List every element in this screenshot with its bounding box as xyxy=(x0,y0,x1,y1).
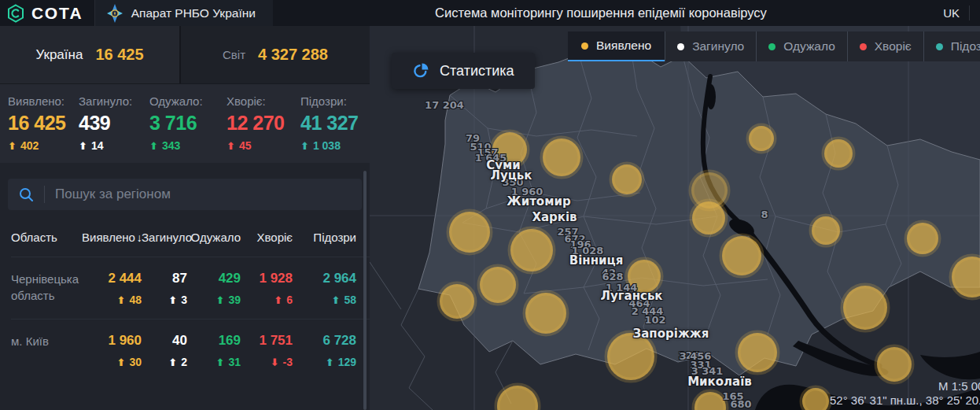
org-name: Апарат РНБО України xyxy=(131,6,256,20)
table-row[interactable]: Чернівецька область2 444⬆4887⬆3429⬆391 9… xyxy=(11,257,370,306)
case-bubble[interactable] xyxy=(824,139,853,168)
case-bubble[interactable] xyxy=(628,260,661,293)
table-cell: 1 928⬆6 xyxy=(241,271,293,306)
case-bubble[interactable] xyxy=(812,216,840,245)
stat-value: 41 327 xyxy=(300,112,370,135)
case-bubble[interactable] xyxy=(543,139,580,176)
table-cell: 1 960⬆30 xyxy=(82,333,142,368)
legend-tab-sick[interactable]: Хворіє xyxy=(847,31,923,61)
column-header-0[interactable]: Область xyxy=(11,231,82,244)
case-bubble[interactable] xyxy=(440,284,474,319)
tab-ukraine-value: 16 425 xyxy=(95,46,143,64)
case-bubble[interactable] xyxy=(738,333,777,372)
stat-delta: ⬆1 038 xyxy=(300,139,370,152)
top-header: СОТА Апарат РНБО України Система монітор… xyxy=(0,0,980,26)
legend-tab-label: Загинуло xyxy=(692,39,744,54)
statistics-button[interactable]: Статистика xyxy=(392,53,535,89)
column-header-2[interactable]: Загинуло xyxy=(142,231,187,244)
cell-value: 429 xyxy=(187,271,241,286)
case-bubble[interactable] xyxy=(492,132,527,167)
up-arrow-icon: ⬆ xyxy=(227,141,235,151)
tab-ukraine[interactable]: Україна 16 425 xyxy=(0,26,181,83)
up-arrow-icon: ⬆ xyxy=(326,357,334,368)
case-bubble[interactable] xyxy=(480,267,516,303)
up-arrow-icon: ⬆ xyxy=(8,141,17,151)
map-area[interactable]: 17 204795101571 6453501 9602576721961 02… xyxy=(370,26,980,410)
legend-tab-confirmed[interactable]: Виявлено xyxy=(568,31,665,61)
cell-delta-value: 129 xyxy=(338,356,356,368)
table-cell: 87⬆3 xyxy=(142,271,187,306)
org-block: Апарат РНБО України xyxy=(95,0,273,26)
case-bubble[interactable] xyxy=(722,236,761,275)
legend-tab-label: Виявлено xyxy=(596,39,651,53)
language-switcher[interactable]: UK xyxy=(943,0,960,26)
search-input[interactable] xyxy=(45,187,304,202)
up-arrow-icon: ⬆ xyxy=(168,295,177,305)
tab-world-value: 4 327 288 xyxy=(258,46,328,64)
stat-label: Одужало: xyxy=(149,94,227,108)
cell-value: 1 751 xyxy=(241,333,293,349)
stat-delta-value: 45 xyxy=(239,139,252,152)
legend-tab-recovered[interactable]: Одужало xyxy=(756,31,847,61)
map-legend-tabs: ВиявленоЗагинулоОдужалоХворієПідозри xyxy=(568,31,980,61)
case-bubble[interactable] xyxy=(497,386,538,410)
sota-brand[interactable]: СОТА xyxy=(0,0,94,26)
cell-delta-value: 30 xyxy=(129,356,142,368)
column-header-1[interactable]: Виявлено↓ xyxy=(82,231,142,244)
up-arrow-icon: ⬆ xyxy=(300,141,309,151)
recovered-dot-icon xyxy=(768,43,776,50)
up-arrow-icon: ⬆ xyxy=(332,295,341,305)
sidebar: Україна 16 425 Світ 4 327 288 Виявлено:1… xyxy=(0,26,370,410)
stat-label: Загинуло: xyxy=(79,94,149,108)
up-arrow-icon: ⬆ xyxy=(168,357,177,368)
cell-delta-value: 31 xyxy=(228,356,241,368)
stat-delta-value: 402 xyxy=(20,139,39,152)
case-bubble[interactable] xyxy=(907,223,938,254)
confirmed-dot-icon xyxy=(581,42,588,50)
cell-delta-value: 39 xyxy=(228,294,241,306)
case-bubble[interactable] xyxy=(694,392,726,410)
case-bubble[interactable] xyxy=(952,257,980,297)
case-bubble[interactable] xyxy=(692,201,725,235)
up-arrow-icon: ⬆ xyxy=(79,141,87,151)
case-bubble[interactable] xyxy=(525,293,566,334)
stat-delta: ⬆45 xyxy=(227,139,300,152)
legend-tab-suspicion[interactable]: Підозри xyxy=(923,31,980,61)
case-bubble[interactable] xyxy=(843,286,887,330)
stat-label: Хворіє: xyxy=(227,94,300,108)
stat-4: Підозри:41 327⬆1 038 xyxy=(300,94,370,163)
case-bubble[interactable] xyxy=(607,333,654,380)
stat-label: Підозри: xyxy=(300,94,370,108)
case-bubble[interactable] xyxy=(877,347,912,382)
stat-value: 12 270 xyxy=(227,112,300,135)
table-row[interactable]: м. Київ1 960⬆3040⬆2169⬆311 751⬇-36 728⬆1… xyxy=(11,319,370,368)
stat-value: 439 xyxy=(79,112,149,135)
covid-monitoring-dashboard: СОТА Апарат РНБО України Система монітор… xyxy=(0,0,980,410)
cell-delta: ⬆6 xyxy=(241,294,293,306)
cell-value: 2 964 xyxy=(293,271,356,286)
sota-logo-icon xyxy=(6,4,25,23)
national-stats: Виявлено:16 425⬆402Загинуло:439⬆14Одужал… xyxy=(0,84,370,163)
cell-delta-value: 48 xyxy=(129,294,142,306)
cell-value: 1 960 xyxy=(82,333,142,349)
up-arrow-icon: ⬆ xyxy=(117,357,126,368)
case-bubble[interactable] xyxy=(510,229,553,271)
table-cell: 429⬆39 xyxy=(187,271,241,306)
stat-0: Виявлено:16 425⬆402 xyxy=(8,94,79,163)
case-bubble[interactable] xyxy=(749,126,774,151)
column-header-4[interactable]: Хворіє xyxy=(241,231,293,244)
cell-delta: ⬆2 xyxy=(142,356,187,368)
case-bubble[interactable] xyxy=(449,212,490,253)
tab-world[interactable]: Світ 4 327 288 xyxy=(181,26,370,83)
case-bubble[interactable] xyxy=(612,164,642,194)
stat-3: Хворіє:12 270⬆45 xyxy=(227,94,300,163)
legend-tab-deaths[interactable]: Загинуло xyxy=(665,31,756,61)
column-header-5[interactable]: Підозри xyxy=(293,231,356,244)
stat-delta: ⬆402 xyxy=(8,139,79,152)
header-right-divider xyxy=(969,6,970,20)
column-header-3[interactable]: Одужало xyxy=(187,231,241,244)
case-bubble[interactable] xyxy=(802,388,829,410)
tab-ukraine-label: Україна xyxy=(35,47,83,63)
pie-chart-icon xyxy=(412,62,429,79)
sidebar-scrollbar[interactable] xyxy=(363,171,367,410)
